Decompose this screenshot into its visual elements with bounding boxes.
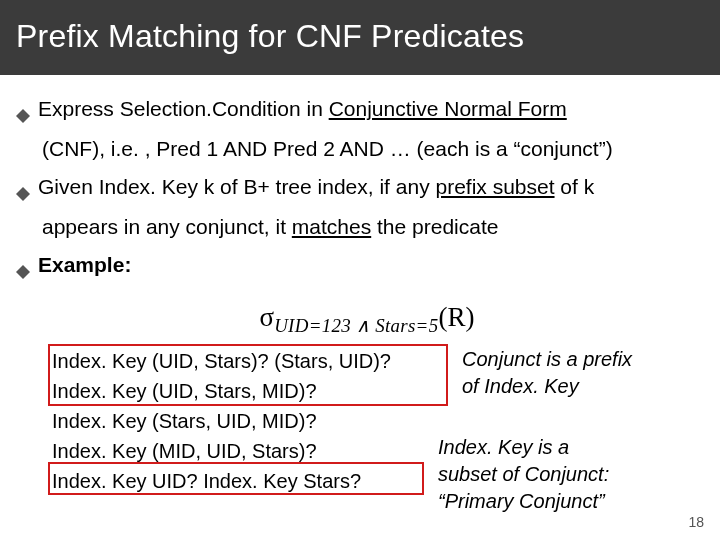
annotation-1-line-2: of Index. Key <box>462 375 579 397</box>
svg-marker-1 <box>16 187 30 201</box>
svg-marker-0 <box>16 109 30 123</box>
bullet-1-pre: Express Selection.Condition in <box>38 97 329 120</box>
bullet-2-pre: Given Index. Key k of B+ tree index, if … <box>38 175 435 198</box>
sigma-subscript: UID=123 ∧ Stars=5 <box>274 315 438 336</box>
bullet-2-cont-under: matches <box>292 215 371 238</box>
diamond-icon <box>16 178 30 211</box>
annotation-1-line-1: Conjunct is a prefix <box>462 348 632 370</box>
page-number: 18 <box>688 514 704 530</box>
bullet-2-text: Given Index. Key k of B+ tree index, if … <box>38 171 704 204</box>
bullet-2-post: of k <box>555 175 595 198</box>
svg-marker-2 <box>16 265 30 279</box>
annotation-1: Conjunct is a prefix of Index. Key <box>462 346 672 400</box>
bullet-2-continuation: appears in any conjunct, it matches the … <box>16 211 704 244</box>
bullet-2-underlined: prefix subset <box>435 175 554 198</box>
bullet-2-cont-post: the predicate <box>371 215 498 238</box>
annotation-2-line-3: “Primary Conjunct” <box>438 490 605 512</box>
annotation-2-line-1: Index. Key is a <box>438 436 569 458</box>
bullet-3: Example: <box>16 249 704 289</box>
bullet-2: Given Index. Key k of B+ tree index, if … <box>16 171 704 243</box>
bullet-1-continuation: (CNF), i.e. , Pred 1 AND Pred 2 AND … (e… <box>16 133 704 166</box>
annotation-2: Index. Key is a subset of Conjunct: “Pri… <box>438 434 658 515</box>
bullet-1-text: Express Selection.Condition in Conjuncti… <box>38 93 704 126</box>
example-line-3: Index. Key (Stars, UID, MID)? <box>52 406 704 436</box>
sigma-formula: σUID=123 ∧ Stars=5(R) <box>30 297 704 341</box>
bullet-2-cont-pre: appears in any conjunct, it <box>42 215 292 238</box>
title-bar: Prefix Matching for CNF Predicates <box>0 0 720 75</box>
sigma-arg: (R) <box>438 302 474 332</box>
bullet-3-label: Example: <box>38 249 704 282</box>
slide-title: Prefix Matching for CNF Predicates <box>16 18 704 55</box>
example-area: Index. Key (UID, Stars)? (Stars, UID)? I… <box>52 346 704 496</box>
slide: Prefix Matching for CNF Predicates Expre… <box>0 0 720 540</box>
diamond-icon <box>16 256 30 289</box>
annotation-2-line-2: subset of Conjunct: <box>438 463 609 485</box>
bullet-1: Express Selection.Condition in Conjuncti… <box>16 93 704 165</box>
sigma-symbol: σ <box>260 302 275 332</box>
diamond-icon <box>16 100 30 133</box>
bullet-1-underlined: Conjunctive Normal Form <box>329 97 567 120</box>
content-area: Express Selection.Condition in Conjuncti… <box>0 75 720 496</box>
